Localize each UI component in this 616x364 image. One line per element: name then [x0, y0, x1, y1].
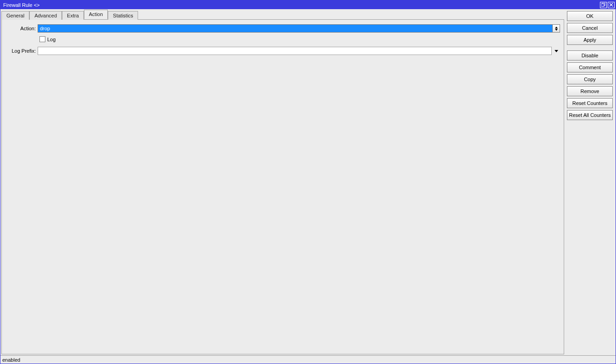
chevron-down-icon [555, 50, 558, 52]
client-area: General Advanced Extra Action Statistics… [0, 9, 616, 364]
tab-extra[interactable]: Extra [62, 11, 84, 20]
statusbar: enabled [0, 355, 616, 364]
log-row: Log [39, 36, 560, 42]
button-separator [567, 47, 613, 49]
main-pane: General Advanced Extra Action Statistics… [0, 9, 565, 355]
disable-button[interactable]: Disable [567, 50, 613, 61]
chevron-down-icon [555, 29, 558, 31]
body-row: General Advanced Extra Action Statistics… [0, 9, 616, 355]
reset-counters-button[interactable]: Reset Counters [567, 98, 613, 108]
window-title: Firewall Rule <> [3, 2, 599, 8]
remove-button[interactable]: Remove [567, 86, 613, 96]
tab-statistics[interactable]: Statistics [108, 11, 138, 20]
action-label: Action: [6, 26, 38, 31]
restore-button[interactable] [600, 2, 607, 8]
tab-action[interactable]: Action [84, 10, 108, 19]
log-checkbox[interactable] [39, 36, 45, 42]
action-select-value[interactable]: drop [38, 24, 552, 33]
titlebar-controls [599, 2, 615, 8]
log-prefix-row: Log Prefix: [6, 47, 560, 55]
copy-button[interactable]: Copy [567, 74, 613, 84]
action-row: Action: drop [6, 24, 560, 33]
action-dropdown-button[interactable] [552, 24, 560, 33]
comment-button[interactable]: Comment [567, 62, 613, 72]
firewall-rule-window: Firewall Rule <> General Advanced Extra … [0, 0, 616, 364]
reset-all-counters-button[interactable]: Reset All Counters [567, 110, 613, 120]
log-label: Log [47, 37, 55, 42]
svg-rect-1 [601, 4, 604, 6]
tab-advanced[interactable]: Advanced [29, 11, 62, 20]
titlebar: Firewall Rule <> [0, 0, 616, 9]
log-prefix-label: Log Prefix: [6, 48, 38, 54]
tab-general[interactable]: General [1, 11, 29, 20]
ok-button[interactable]: OK [567, 11, 613, 21]
chevron-up-icon [555, 27, 558, 28]
tabstrip: General Advanced Extra Action Statistics [0, 9, 565, 19]
log-prefix-expand-button[interactable] [553, 47, 560, 55]
cancel-button[interactable]: Cancel [567, 23, 613, 33]
log-prefix-input[interactable] [38, 47, 552, 55]
apply-button[interactable]: Apply [567, 35, 613, 45]
action-buttons-pane: OK Cancel Apply Disable Comment Copy Rem… [565, 9, 616, 355]
status-text: enabled [2, 357, 20, 363]
action-select[interactable]: drop [38, 24, 560, 33]
close-button[interactable] [608, 2, 615, 8]
action-tab-panel: Action: drop Log [1, 19, 564, 354]
